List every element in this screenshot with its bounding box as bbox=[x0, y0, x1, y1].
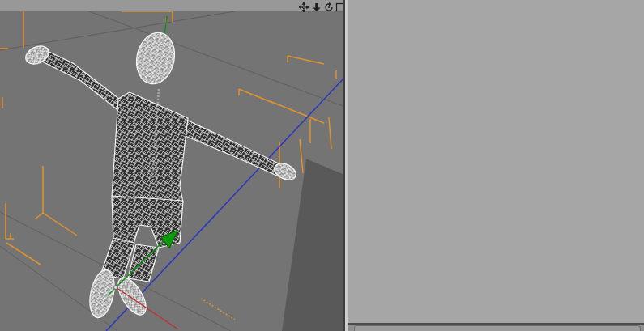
viewport-panel bbox=[0, 0, 345, 331]
lower-panel-edge bbox=[348, 323, 644, 331]
pan-icon[interactable] bbox=[299, 1, 309, 11]
viewport-canvas[interactable] bbox=[0, 11, 345, 331]
wireframe-figure bbox=[23, 29, 298, 320]
lower-panel-tab bbox=[354, 325, 641, 331]
object-manager bbox=[348, 0, 644, 323]
panel-separator-line bbox=[348, 323, 644, 325]
shadow-region bbox=[282, 159, 345, 331]
dolly-down-icon[interactable] bbox=[312, 1, 322, 11]
application-window bbox=[0, 0, 644, 331]
rotate-icon[interactable] bbox=[324, 1, 334, 11]
viewport-toolbar bbox=[0, 0, 345, 11]
